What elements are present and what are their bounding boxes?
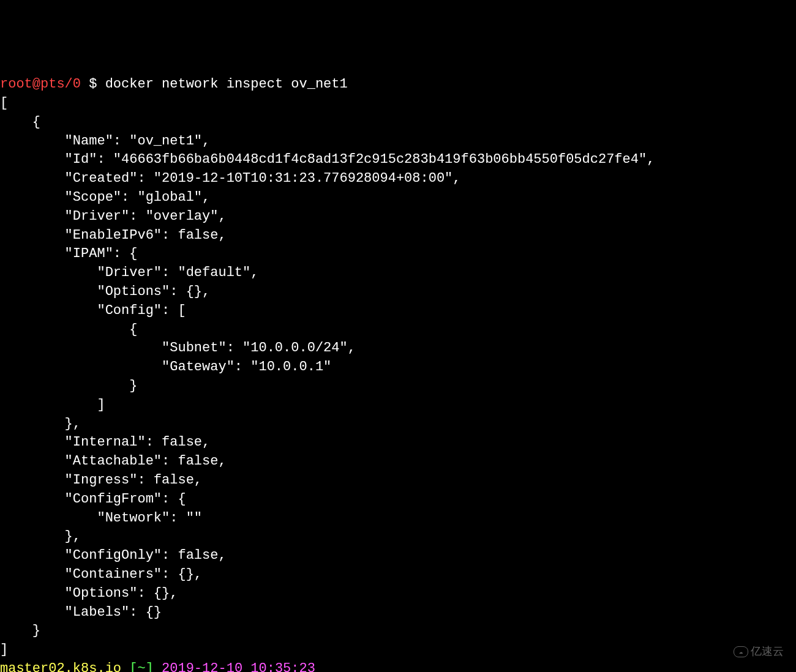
output-line: "Containers": {}, — [0, 567, 202, 582]
output-line: }, — [0, 416, 81, 431]
output-line: } — [0, 378, 137, 394]
terminal-output[interactable]: root@pts/0 $ docker network inspect ov_n… — [0, 75, 796, 672]
output-line: }, — [0, 529, 81, 544]
output-line: "Internal": false, — [0, 435, 210, 450]
prompt-user: root@pts/0 — [0, 77, 81, 92]
output-line: ] — [0, 397, 105, 413]
output-line: "ConfigFrom": { — [0, 491, 186, 507]
output-line: "Id": "46663fb66ba6b0448cd1f4c8ad13f2c91… — [0, 152, 655, 167]
output-line: } — [0, 623, 40, 638]
command-text: docker network inspect ov_net1 — [105, 77, 348, 92]
output-line: "Options": {}, — [0, 284, 210, 299]
prompt-hostname: master02.k8s.io — [0, 661, 121, 672]
prompt-path: [~] — [121, 661, 162, 672]
output-line: "Ingress": false, — [0, 472, 202, 488]
output-line: "Driver": "overlay", — [0, 209, 227, 224]
output-line: "Labels": {} — [0, 605, 162, 620]
output-line: "EnableIPv6": false, — [0, 228, 227, 243]
watermark: ☁ 亿速云 — [734, 644, 784, 660]
output-line: "Attachable": false, — [0, 454, 227, 469]
output-line: "Scope": "global", — [0, 190, 210, 205]
output-line: "Network": "" — [0, 510, 202, 526]
prompt-timestamp: 2019-12-10 10:35:23 — [162, 661, 315, 672]
output-line: "ConfigOnly": false, — [0, 548, 227, 563]
output-line: "Name": "ov_net1", — [0, 133, 210, 149]
output-line: "IPAM": { — [0, 246, 137, 261]
output-line: [ — [0, 95, 8, 111]
output-line: { — [0, 322, 137, 337]
output-line: "Driver": "default", — [0, 265, 258, 280]
output-line: "Options": {}, — [0, 586, 178, 601]
output-line: { — [0, 114, 40, 130]
output-line: "Config": [ — [0, 303, 186, 318]
output-line: "Gateway": "10.0.0.1" — [0, 359, 331, 375]
watermark-text: 亿速云 — [751, 644, 784, 660]
cloud-icon: ☁ — [734, 646, 748, 657]
output-line: "Subnet": "10.0.0.0/24", — [0, 340, 356, 356]
output-line: ] — [0, 642, 8, 657]
prompt-dollar: $ — [81, 77, 105, 92]
output-line: "Created": "2019-12-10T10:31:23.77692809… — [0, 171, 461, 186]
